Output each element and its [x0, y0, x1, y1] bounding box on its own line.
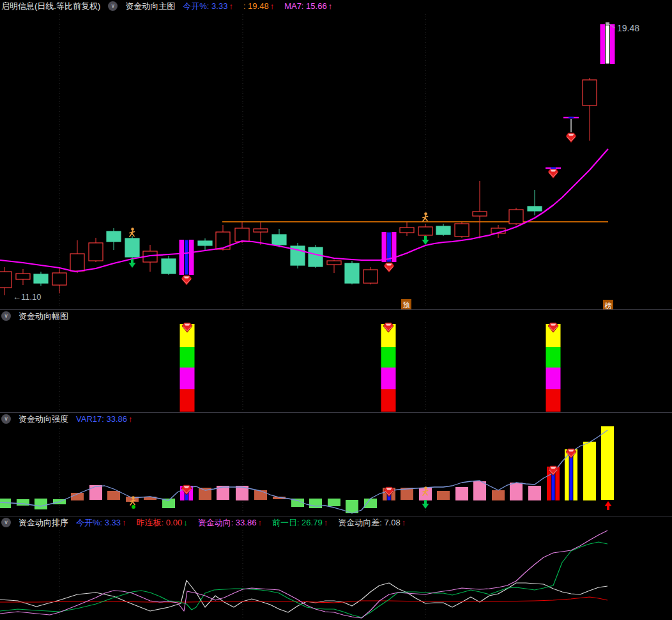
main-indicator-values: 今开%: 3.33↑: 19.48↑MA7: 15.66↑ [183, 1, 332, 12]
chevron-down-icon[interactable]: ∨ [1, 414, 11, 424]
indicator-field: 今开%: 3.33↑ [76, 517, 126, 529]
ranking-panel-header: ∨ 资金动向排序 今开%: 3.33↑昨连板: 0.00↓资金动向: 33.86… [1, 517, 406, 528]
svg-text:19.48: 19.48 [617, 23, 639, 33]
strength-bar-chart[interactable] [0, 425, 672, 516]
trading-app-window: 启明信息(日线.等比前复权) ∨ 资金动向主图 今开%: 3.33↑: 19.4… [0, 0, 672, 620]
ranking-indicator-values: 今开%: 3.33↑昨连板: 0.00↓资金动向: 33.86↑前一日: 26.… [76, 517, 406, 529]
main-indicator-name: 资金动向主图 [125, 1, 175, 12]
flow-subchart-title: 资金动向幅图 [19, 311, 68, 322]
panel-separator[interactable] [0, 309, 672, 310]
svg-text:榜: 榜 [605, 302, 612, 309]
panel-separator[interactable] [0, 412, 672, 413]
stock-title: 启明信息(日线.等比前复权) [1, 1, 100, 12]
indicator-field: MA7: 15.66↑ [284, 1, 332, 12]
indicator-field: 前一日: 26.79↑ [272, 517, 328, 529]
chevron-down-icon[interactable]: ∨ [1, 311, 11, 321]
flow-stacked-bar-chart[interactable] [0, 322, 672, 412]
ranking-panel-title: 资金动向排序 [19, 517, 68, 529]
svg-text:←11.10: ←11.10 [13, 292, 42, 302]
strength-panel-title: 资金动向强度 [19, 414, 68, 425]
indicator-field: 资金动向差: 7.08↑ [338, 517, 406, 529]
strength-panel-header: ∨ 资金动向强度 VAR17: 33.86↑ [1, 414, 132, 424]
indicator-field: 资金动向: 33.86↑ [198, 517, 262, 529]
indicator-field: : 19.48↑ [243, 1, 274, 12]
main-chart-header: 启明信息(日线.等比前复权) ∨ 资金动向主图 今开%: 3.33↑: 19.4… [1, 1, 332, 12]
indicator-field: 昨连板: 0.00↓ [137, 517, 188, 529]
main-candlestick-chart[interactable]: ←11.1019.48预榜 [0, 13, 672, 309]
indicator-field: 今开%: 3.33↑ [183, 1, 233, 12]
svg-text:预: 预 [403, 301, 410, 309]
chevron-down-icon[interactable]: ∨ [108, 1, 118, 11]
flow-subchart-header: ∨ 资金动向幅图 [1, 311, 68, 322]
indicator-field: VAR17: 33.86↑ [76, 414, 132, 424]
ranking-line-chart[interactable] [0, 529, 672, 620]
strength-indicator-values: VAR17: 33.86↑ [76, 414, 132, 424]
chevron-down-icon[interactable]: ∨ [1, 518, 11, 527]
